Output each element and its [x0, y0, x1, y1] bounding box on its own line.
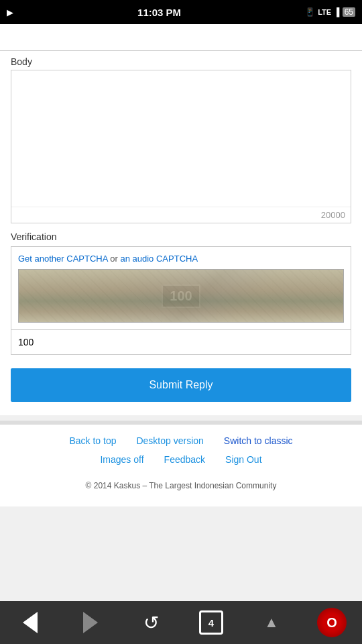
opera-icon: O — [317, 608, 347, 637]
captcha-links: Get another CAPTCHA or an audio CAPTCHA — [18, 254, 344, 264]
get-another-captcha-link[interactable]: Get another CAPTCHA — [18, 254, 108, 264]
captcha-input-wrapper — [11, 330, 351, 355]
back-to-top-link[interactable]: Back to top — [69, 435, 116, 446]
footer-row2: Images off Feedback Sign Out — [0, 454, 362, 465]
status-left: ▶ — [7, 7, 13, 17]
signal-icon: ▐ — [334, 7, 340, 17]
body-textarea[interactable] — [11, 70, 351, 205]
status-right: 📱 LTE ▐ 65 — [305, 7, 355, 17]
up-button[interactable]: ▲ — [253, 604, 290, 641]
captcha-or-text: or — [108, 254, 121, 264]
footer-row1: Back to top Desktop version Switch to cl… — [0, 435, 362, 446]
footer-links: Back to top Desktop version Switch to cl… — [0, 425, 362, 506]
status-bar: ▶ 11:03 PM 📱 LTE ▐ 65 — [0, 0, 362, 24]
captcha-input[interactable] — [11, 330, 351, 354]
sign-out-link[interactable]: Sign Out — [225, 454, 261, 465]
phone-icon: 📱 — [305, 7, 315, 17]
reload-icon: ↺ — [143, 612, 159, 634]
verification-label: Verification — [0, 223, 362, 246]
forward-arrow-icon — [83, 612, 98, 633]
captcha-box: Get another CAPTCHA or an audio CAPTCHA … — [11, 246, 351, 330]
switch-to-classic-link[interactable]: Switch to classic — [224, 435, 293, 446]
reload-button[interactable]: ↺ — [133, 604, 169, 641]
feedback-link[interactable]: Feedback — [164, 454, 205, 465]
tabs-button[interactable]: 4 — [193, 604, 229, 641]
forward-button[interactable] — [72, 604, 109, 641]
play-icon: ▶ — [7, 7, 13, 17]
footer-copyright: © 2014 Kaskus – The Largest Indonesian C… — [0, 476, 362, 501]
tab-count-icon: 4 — [199, 610, 223, 635]
battery-icon: 65 — [343, 7, 355, 17]
body-textarea-wrapper: 20000 — [11, 70, 351, 223]
images-off-link[interactable]: Images off — [100, 454, 143, 465]
back-arrow-icon — [23, 612, 38, 633]
audio-captcha-link[interactable]: an audio CAPTCHA — [120, 254, 198, 264]
opera-menu-button[interactable]: O — [314, 604, 350, 641]
up-arrow-icon: ▲ — [264, 614, 279, 631]
back-button[interactable] — [12, 604, 48, 641]
char-count: 20000 — [11, 207, 351, 223]
body-label: Body — [0, 51, 362, 70]
status-time: 11:03 PM — [137, 7, 181, 18]
lte-icon: LTE — [318, 8, 331, 16]
browser-bar: ↺ 4 ▲ O — [0, 601, 362, 644]
top-input-field[interactable] — [0, 24, 362, 51]
main-content: Body 20000 Verification Get another CAPT… — [0, 24, 362, 415]
captcha-image: 100 — [18, 269, 344, 323]
submit-reply-button[interactable]: Submit Reply — [11, 368, 351, 402]
desktop-version-link[interactable]: Desktop version — [136, 435, 203, 446]
